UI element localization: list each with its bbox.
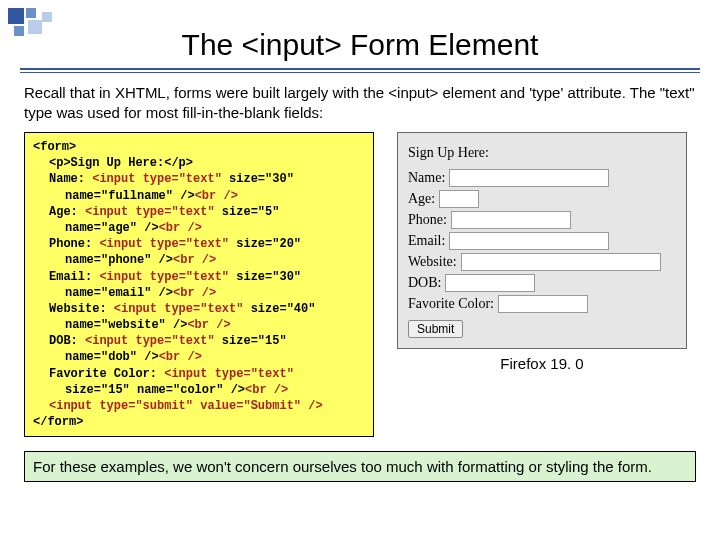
- corner-decoration: [8, 8, 68, 48]
- label-email: Email:: [408, 233, 445, 249]
- footer-note: For these examples, we won't concern our…: [24, 451, 696, 482]
- label-name: Name:: [408, 170, 445, 186]
- label-phone: Phone:: [408, 212, 447, 228]
- phone-field[interactable]: [451, 211, 571, 229]
- label-age: Age:: [408, 191, 435, 207]
- label-website: Website:: [408, 254, 457, 270]
- dob-field[interactable]: [445, 274, 535, 292]
- age-field[interactable]: [439, 190, 479, 208]
- slide-title: The <input> Form Element: [0, 28, 720, 62]
- preview-caption: Firefox 19. 0: [500, 355, 583, 372]
- submit-button[interactable]: [408, 320, 463, 338]
- code-example: <form> <p>Sign Up Here:</p> Name: <input…: [24, 132, 374, 437]
- preview-heading: Sign Up Here:: [408, 145, 676, 161]
- divider: [20, 72, 700, 73]
- email-field[interactable]: [449, 232, 609, 250]
- website-field[interactable]: [461, 253, 661, 271]
- label-color: Favorite Color:: [408, 296, 494, 312]
- name-field[interactable]: [449, 169, 609, 187]
- rendered-preview: Sign Up Here: Name: Age: Phone: Email: W…: [397, 132, 687, 349]
- label-dob: DOB:: [408, 275, 441, 291]
- divider: [20, 68, 700, 70]
- color-field[interactable]: [498, 295, 588, 313]
- intro-text: Recall that in XHTML, forms were built l…: [24, 83, 696, 122]
